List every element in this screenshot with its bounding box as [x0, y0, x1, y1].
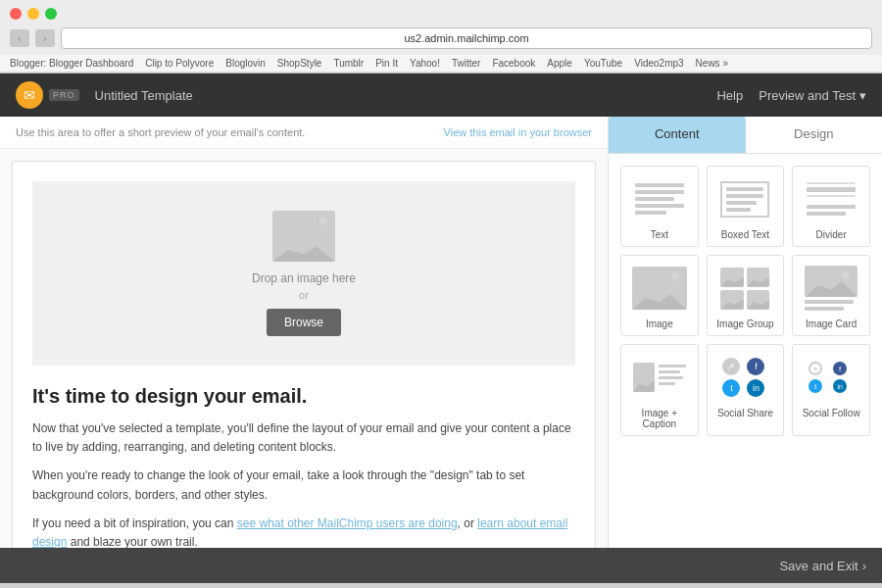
bookmark-polyvore[interactable]: Clip to Polyvore: [145, 58, 214, 69]
block-social-share[interactable]: ↗ f t in Social Share: [707, 344, 785, 436]
share-icon-tw: t: [722, 379, 740, 397]
help-link[interactable]: Help: [716, 88, 743, 103]
blocks-grid: Text Boxed Text: [609, 154, 882, 448]
block-image-card[interactable]: Image Card: [792, 255, 870, 336]
app-header: ✉ PRO Untitled Template Help Preview and…: [0, 74, 882, 117]
email-para1: Now that you've selected a template, you…: [32, 419, 575, 457]
block-image-group[interactable]: Image Group: [707, 255, 785, 336]
text-block-icon: [628, 174, 691, 223]
mailchimp-users-link[interactable]: see what other MailChimp users are doing: [237, 516, 458, 530]
follow-icon-fb: f: [833, 362, 847, 375]
preview-bar: Use this area to offer a short preview o…: [0, 117, 608, 149]
bookmark-facebook[interactable]: Facebook: [492, 58, 535, 69]
bookmarks-bar: Blogger: Blogger Dashboard Clip to Polyv…: [0, 55, 882, 73]
image-card-block-label: Image Card: [806, 318, 857, 329]
preview-button[interactable]: Preview and Test ▾: [759, 88, 866, 103]
follow-icon-plus1: +: [808, 362, 822, 375]
follow-icon-tw: t: [808, 379, 822, 393]
url-bar[interactable]: us2.admin.mailchimp.com: [61, 27, 872, 49]
bookmark-shopstyle[interactable]: ShopStyle: [277, 58, 322, 69]
divider-block-icon: [800, 174, 862, 223]
boxed-text-block-icon: [713, 174, 776, 223]
image-block-label: Image: [646, 318, 673, 329]
bookmark-bloglovin[interactable]: Bloglovin: [225, 58, 266, 69]
tab-design[interactable]: Design: [746, 117, 883, 153]
image-drop-zone[interactable]: Drop an image here or Browse: [32, 181, 575, 366]
block-social-follow[interactable]: + f t in Social Follow: [792, 344, 870, 436]
follow-icon-li: in: [833, 379, 847, 393]
bookmark-news[interactable]: News »: [696, 58, 728, 69]
url-bar-row: ‹ › us2.admin.mailchimp.com: [0, 24, 882, 55]
bookmark-video2mp3[interactable]: Video2mp3: [634, 58, 683, 69]
boxed-text-block-label: Boxed Text: [721, 229, 769, 240]
image-group-block-icon: [713, 264, 776, 313]
block-boxed-text[interactable]: Boxed Text: [707, 166, 785, 247]
save-exit-button[interactable]: Save and Exit ›: [779, 559, 866, 573]
mac-chrome: ‹ › us2.admin.mailchimp.com Blogger: Blo…: [0, 0, 882, 74]
pro-badge: PRO: [49, 89, 79, 101]
drop-or: or: [299, 289, 309, 301]
close-button[interactable]: [10, 8, 22, 20]
email-heading: It's time to design your email.: [32, 385, 575, 408]
social-follow-block-icon: + f t in: [800, 353, 862, 402]
share-icon-li: in: [747, 379, 764, 397]
preview-bar-text: Use this area to offer a short preview o…: [16, 126, 305, 138]
left-panel: Use this area to offer a short preview o…: [0, 117, 608, 548]
tab-content[interactable]: Content: [609, 117, 746, 153]
browse-button[interactable]: Browse: [267, 309, 341, 336]
app-logo: ✉ PRO: [16, 81, 79, 109]
back-button[interactable]: ‹: [10, 29, 29, 47]
minimize-button[interactable]: [27, 8, 39, 20]
right-panel: Content Design Text: [608, 117, 882, 548]
main-content: Use this area to offer a short preview o…: [0, 117, 882, 548]
bookmark-blogger[interactable]: Blogger: Blogger Dashboard: [10, 58, 133, 69]
bookmark-apple[interactable]: Apple: [547, 58, 572, 69]
traffic-lights: [0, 0, 882, 24]
content-design-tabs: Content Design: [609, 117, 882, 154]
maximize-button[interactable]: [45, 8, 57, 20]
image-card-block-icon: [800, 264, 862, 313]
social-share-block-icon: ↗ f t in: [713, 353, 776, 402]
block-image[interactable]: Image: [620, 255, 699, 336]
bookmark-pinit[interactable]: Pin It: [375, 58, 398, 69]
divider-block-label: Divider: [816, 229, 847, 240]
bookmark-tumblr[interactable]: Tumblr: [333, 58, 364, 69]
image-caption-block-label: Image + Caption: [625, 408, 694, 429]
save-bar: Save and Exit ›: [0, 548, 882, 583]
text-block-label: Text: [651, 229, 668, 240]
bookmark-youtube[interactable]: YouTube: [584, 58, 622, 69]
header-actions: Help Preview and Test ▾: [716, 88, 866, 103]
social-share-block-label: Social Share: [717, 408, 773, 418]
bookmark-twitter[interactable]: Twitter: [452, 58, 480, 69]
email-canvas: Drop an image here or Browse It's time t…: [12, 161, 596, 548]
forward-button[interactable]: ›: [35, 29, 55, 47]
mailchimp-logo-icon: ✉: [16, 81, 43, 109]
drop-text: Drop an image here: [252, 271, 356, 285]
chevron-right-icon: ›: [862, 559, 866, 573]
share-icon-fb: f: [747, 358, 764, 375]
bookmark-yahoo[interactable]: Yahoo!: [410, 58, 440, 69]
view-in-browser-link[interactable]: View this email in your browser: [444, 126, 592, 138]
image-block-icon: [628, 264, 691, 313]
template-title: Untitled Template: [95, 88, 717, 103]
url-text: us2.admin.mailchimp.com: [404, 32, 528, 44]
image-group-block-label: Image Group: [716, 318, 773, 329]
social-follow-block-label: Social Follow: [803, 408, 860, 418]
image-placeholder-icon: [272, 211, 335, 262]
email-para2: When you're ready to change the look of …: [32, 466, 575, 504]
block-text[interactable]: Text: [620, 166, 699, 247]
email-para3: If you need a bit of inspiration, you ca…: [32, 514, 575, 548]
image-caption-block-icon: [628, 353, 691, 402]
block-divider[interactable]: Divider: [792, 166, 870, 247]
share-icon-1: ↗: [722, 358, 740, 375]
block-image-caption[interactable]: Image + Caption: [620, 344, 699, 436]
app-container: ✉ PRO Untitled Template Help Preview and…: [0, 74, 882, 583]
chevron-down-icon: ▾: [859, 88, 866, 103]
